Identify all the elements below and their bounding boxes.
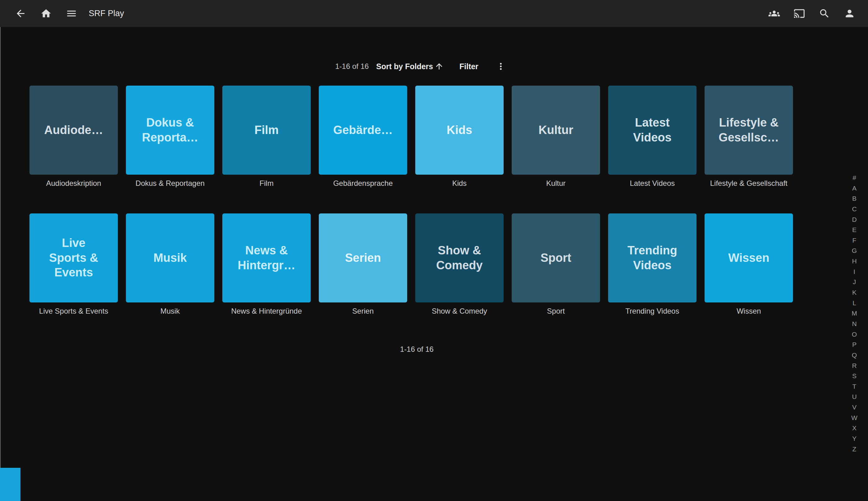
folder-tile-label: Kids [444,123,475,138]
folder-tile[interactable]: Trending Videos [608,213,696,302]
alphabet-letter[interactable]: # [853,174,856,181]
folder-caption: Sport [512,307,600,316]
folder-caption: Gebärdensprache [319,179,407,188]
library-folder-cell: Kultur Kultur [512,86,600,188]
library-folder-cell: Lifestyle & Gesellsc… Lifestyle & Gesell… [705,86,793,188]
library-folder-cell: Musik Musik [126,213,214,316]
alphabet-letter[interactable]: S [852,373,857,379]
cast-button[interactable] [792,7,806,21]
syncplay-button[interactable] [767,7,781,21]
alphabet-letter[interactable]: A [852,185,857,191]
alphabet-letter[interactable]: V [852,404,857,411]
alphabet-letter[interactable]: M [851,310,857,317]
library-folder-cell: Show & Comedy Show & Comedy [415,213,503,316]
user-button[interactable] [843,7,856,21]
alphabet-letter[interactable]: L [853,300,856,306]
search-icon [819,8,830,19]
folder-tile[interactable]: Kids [415,86,503,175]
folder-tile[interactable]: Musik [126,213,214,302]
footer-paging-count: 1-16 of 16 [400,345,434,354]
menu-button[interactable] [65,7,78,21]
alphabet-letter[interactable]: J [853,279,856,285]
library-folder-cell: Dokus & Reporta… Dokus & Reportagen [126,86,214,188]
alphabet-letter[interactable]: B [852,195,857,202]
folder-caption: Serien [319,307,407,316]
folder-tile[interactable]: Gebärde… [319,86,407,175]
alphabet-letter[interactable]: W [851,414,857,421]
folder-tile[interactable]: Latest Videos [608,86,696,175]
folder-tile-label: Dokus & Reporta… [139,115,202,145]
library-folder-cell: Kids Kids [415,86,503,188]
folder-tile[interactable]: Sport [512,213,600,302]
alphabet-letter[interactable]: Z [853,446,857,452]
page-title: SRF Play [89,9,124,18]
folder-caption: Dokus & Reportagen [126,179,214,188]
library-folder-cell: Sport Sport [512,213,600,316]
back-button[interactable] [14,7,27,21]
window-edge-line [0,0,1,501]
groups-people-icon [769,8,780,19]
alphabet-scrubber: #ABCDEFGHIJKLMNOPQRSTUVWXYZ [848,174,860,452]
folder-caption: Show & Comedy [415,307,503,316]
home-button[interactable] [39,7,53,21]
folder-tile-label: News & Hintergr… [235,243,299,273]
folder-tile[interactable]: Live Sports & Events [30,213,118,302]
alphabet-letter[interactable]: I [854,268,855,275]
library-folder-cell: Serien Serien [319,213,407,316]
alphabet-letter[interactable]: G [852,247,857,254]
folder-tile-label: Audiode… [41,123,106,138]
folder-tile[interactable]: Audiode… [30,86,118,175]
filter-button[interactable]: Filter [459,62,478,71]
alphabet-letter[interactable]: Y [852,435,857,442]
folder-tile-label: Latest Videos [630,115,675,145]
folder-caption: Musik [126,307,214,316]
vertical-ellipsis-icon [496,61,506,72]
folder-caption: Live Sports & Events [30,307,118,316]
alphabet-letter[interactable]: R [852,362,857,369]
folder-tile[interactable]: Film [223,86,311,175]
header-right-group [767,7,856,21]
alphabet-letter[interactable]: K [852,289,857,296]
folder-tile[interactable]: Dokus & Reporta… [126,86,214,175]
folder-tile-label: Kultur [535,123,576,138]
alphabet-letter[interactable]: N [852,320,857,327]
home-icon [40,8,52,19]
folder-tile-label: Lifestyle & Gesellsc… [715,115,782,145]
library-folders-grid: Audiode… Audiodeskription Dokus & Report… [30,86,793,316]
folder-tile[interactable]: Serien [319,213,407,302]
filter-label: Filter [459,62,478,71]
scroll-indicator [0,468,21,501]
alphabet-letter[interactable]: P [852,341,857,348]
folder-caption: Wissen [705,307,793,316]
folder-tile[interactable]: News & Hintergr… [223,213,311,302]
back-arrow-icon [15,8,26,19]
folder-tile[interactable]: Show & Comedy [415,213,503,302]
library-folder-cell: Latest Videos Latest Videos [608,86,696,188]
user-person-icon [844,8,855,19]
alphabet-letter[interactable]: D [852,216,857,223]
library-folder-cell: Wissen Wissen [705,213,793,316]
library-folder-cell: News & Hintergr… News & Hintergründe [223,213,311,316]
alphabet-letter[interactable]: U [852,393,857,400]
folder-tile-label: Film [251,123,282,138]
library-controls-bar: 1-16 of 16 Sort by Folders Filter [335,58,508,75]
library-folder-cell: Gebärde… Gebärdensprache [319,86,407,188]
alphabet-letter[interactable]: Q [852,352,857,358]
sort-label: Sort by Folders [376,62,433,71]
alphabet-letter[interactable]: O [852,331,857,338]
sort-button[interactable]: Sort by Folders [376,62,444,71]
folder-tile-label: Gebärde… [330,123,396,138]
folder-tile[interactable]: Kultur [512,86,600,175]
app-header: SRF Play [0,0,868,27]
folder-tile[interactable]: Lifestyle & Gesellsc… [705,86,793,175]
alphabet-letter[interactable]: F [853,237,857,244]
more-options-button[interactable] [494,60,508,73]
alphabet-letter[interactable]: E [852,226,857,233]
alphabet-letter[interactable]: C [852,206,857,212]
alphabet-letter[interactable]: H [852,258,857,264]
alphabet-letter[interactable]: T [853,383,857,390]
alphabet-letter[interactable]: X [852,425,857,431]
search-button[interactable] [817,7,831,21]
folder-tile[interactable]: Wissen [705,213,793,302]
hamburger-menu-icon [66,8,77,19]
